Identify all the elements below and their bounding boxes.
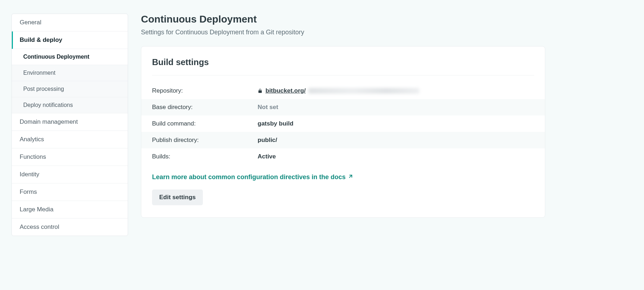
value-repository: bitbucket.org/ <box>258 87 419 94</box>
page-subtitle: Settings for Continuous Deployment from … <box>141 29 545 36</box>
sidebar-item-build-deploy[interactable]: Build & deploy <box>12 31 128 49</box>
build-settings-card: Build settings Repository: bitbucket.org… <box>141 46 545 218</box>
sidebar-sub-post-processing[interactable]: Post processing <box>12 81 128 97</box>
value-build-command: gatsby build <box>258 120 293 127</box>
label-builds: Builds: <box>152 153 258 160</box>
label-build-command: Build command: <box>152 120 258 127</box>
sidebar-item-analytics[interactable]: Analytics <box>12 131 128 148</box>
label-repository: Repository: <box>152 87 258 94</box>
row-publish-directory: Publish directory: public/ <box>141 132 545 148</box>
sidebar-item-domain-management[interactable]: Domain management <box>12 113 128 131</box>
repository-link[interactable]: bitbucket.org/ <box>265 87 306 94</box>
main-content: Continuous Deployment Settings for Conti… <box>141 14 545 218</box>
label-base-directory: Base directory: <box>152 104 258 111</box>
sidebar-item-identity[interactable]: Identity <box>12 166 128 183</box>
sidebar-sub-environment[interactable]: Environment <box>12 65 128 81</box>
edit-settings-button[interactable]: Edit settings <box>152 190 203 205</box>
lock-icon <box>258 88 263 94</box>
value-publish-directory: public/ <box>258 137 277 144</box>
page-title: Continuous Deployment <box>141 14 545 25</box>
docs-link-text: Learn more about common configuration di… <box>152 173 346 181</box>
row-builds: Builds: Active <box>152 148 534 165</box>
row-base-directory: Base directory: Not set <box>141 99 545 115</box>
external-link-icon <box>348 173 353 181</box>
value-builds: Active <box>258 153 276 160</box>
repository-path-redacted <box>308 88 419 94</box>
row-build-command: Build command: gatsby build <box>152 115 534 132</box>
sidebar-sub-deploy-notifications[interactable]: Deploy notifications <box>12 97 128 113</box>
sidebar-item-general[interactable]: General <box>12 14 128 31</box>
sidebar-item-functions[interactable]: Functions <box>12 148 128 166</box>
card-title: Build settings <box>152 57 534 75</box>
docs-link[interactable]: Learn more about common configuration di… <box>152 173 353 181</box>
row-repository: Repository: bitbucket.org/ <box>152 83 534 99</box>
sidebar-sub-continuous-deployment[interactable]: Continuous Deployment <box>12 49 128 65</box>
sidebar-item-forms[interactable]: Forms <box>12 183 128 201</box>
sidebar-item-large-media[interactable]: Large Media <box>12 201 128 218</box>
value-base-directory: Not set <box>258 104 278 111</box>
sidebar-item-access-control[interactable]: Access control <box>12 218 128 236</box>
sidebar-subgroup-build-deploy: Continuous Deployment Environment Post p… <box>12 49 128 113</box>
label-publish-directory: Publish directory: <box>152 137 258 144</box>
settings-sidebar: General Build & deploy Continuous Deploy… <box>11 14 128 236</box>
